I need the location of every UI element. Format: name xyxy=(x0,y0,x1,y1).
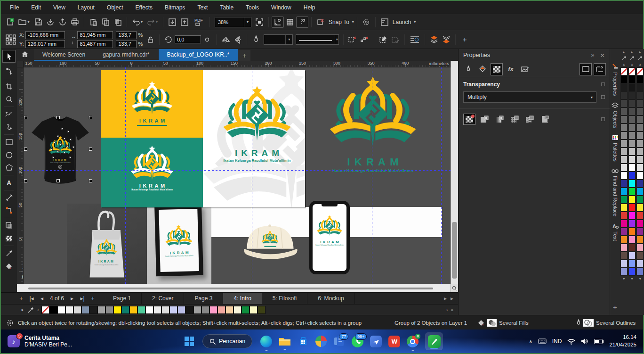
color-swatch[interactable] xyxy=(636,212,644,220)
color-swatch[interactable] xyxy=(636,164,644,172)
horizontal-ruler[interactable]: millimeters 1501005005010015020025030035… xyxy=(24,61,451,67)
docker-tab-palettes[interactable]: Palettes xyxy=(612,135,619,162)
menu-item[interactable]: Edit xyxy=(25,1,47,14)
palette-eyedropper-icon[interactable] xyxy=(620,55,628,61)
menu-item[interactable]: Object xyxy=(101,1,129,14)
print-button[interactable] xyxy=(69,16,81,28)
color-swatch[interactable] xyxy=(620,107,628,115)
color-swatch[interactable] xyxy=(636,228,644,236)
edge-icon[interactable] xyxy=(260,336,272,347)
guideline-horizontal[interactable] xyxy=(24,170,451,171)
palette-scroll-up-icon[interactable]: ▴ xyxy=(628,61,636,67)
palette-eyedropper-icon[interactable] xyxy=(628,55,636,61)
color-swatch[interactable] xyxy=(161,306,169,314)
volume-icon[interactable] xyxy=(581,338,588,345)
undo-button[interactable]: ▾ xyxy=(130,16,145,28)
menu-item[interactable]: View xyxy=(47,1,72,14)
text-wrap-button[interactable] xyxy=(408,34,422,45)
color-swatch[interactable] xyxy=(620,164,628,172)
vertical-scrollbar-thumb[interactable] xyxy=(452,222,457,279)
paste-button[interactable] xyxy=(87,16,99,28)
start-button[interactable] xyxy=(184,336,194,346)
section-pin[interactable] xyxy=(601,117,605,121)
color-swatch[interactable] xyxy=(620,188,628,196)
palette-eyedropper-icon[interactable] xyxy=(636,55,644,61)
color-swatch[interactable] xyxy=(620,99,628,107)
effects-section-icon[interactable]: fx xyxy=(505,63,517,75)
color-swatch[interactable] xyxy=(628,99,636,107)
remove-nodes-button[interactable]: × xyxy=(359,34,371,45)
tshirt-mockup[interactable]: IKRAM Ikatan Keluarga Raudlatul Muta’all… xyxy=(27,115,93,190)
palette-flyout-icon[interactable]: ▸ xyxy=(628,49,636,55)
battery-icon[interactable] xyxy=(594,339,604,344)
color-swatch[interactable] xyxy=(41,306,49,314)
zoom-corner-button[interactable] xyxy=(451,284,458,292)
color-swatch[interactable] xyxy=(636,196,644,204)
color-swatch[interactable] xyxy=(628,268,636,276)
palette-expand-icon[interactable]: » xyxy=(451,307,453,313)
color-swatch[interactable] xyxy=(225,306,233,314)
color-swatch[interactable] xyxy=(65,306,73,314)
color-swatch[interactable] xyxy=(636,148,644,156)
pen-tool[interactable] xyxy=(2,121,16,133)
no-transparency-button[interactable] xyxy=(463,114,475,125)
color-swatch[interactable] xyxy=(169,306,177,314)
page-tab[interactable]: 2: Cover xyxy=(142,293,184,305)
selection-handle[interactable] xyxy=(89,116,92,119)
options-button[interactable] xyxy=(360,16,372,28)
customize-propbar-button[interactable]: + xyxy=(459,34,471,45)
palette-flyout-icon[interactable]: ▸ xyxy=(19,304,26,315)
docker-close-icon[interactable]: ✕ xyxy=(600,52,605,59)
color-swatch[interactable] xyxy=(81,306,89,314)
color-swatch[interactable] xyxy=(628,148,636,156)
page-tab[interactable]: Page 1 xyxy=(103,293,142,305)
menu-item[interactable]: Help xyxy=(298,1,322,14)
outline-section-icon[interactable] xyxy=(462,63,475,75)
color-swatch[interactable] xyxy=(620,67,628,75)
color-swatch[interactable] xyxy=(628,228,636,236)
remove-frame-button[interactable]: × xyxy=(346,34,359,45)
color-swatch[interactable] xyxy=(636,67,644,75)
pick-tool[interactable] xyxy=(2,50,16,63)
yellow-swatch-panel[interactable]: IKRAM xyxy=(101,70,203,138)
wifi-icon[interactable] xyxy=(567,338,575,345)
color-swatch[interactable] xyxy=(636,123,644,132)
color-swatch[interactable] xyxy=(620,212,628,220)
color-swatch[interactable] xyxy=(628,67,636,75)
transparency-tool[interactable] xyxy=(2,232,16,245)
docker-tab-objects[interactable]: Objects xyxy=(612,102,619,128)
first-page-button[interactable]: |◂ xyxy=(26,295,37,302)
color-swatch[interactable] xyxy=(628,204,636,212)
color-swatch[interactable] xyxy=(636,252,644,260)
guideline-vertical[interactable] xyxy=(125,67,126,284)
docker-collapse-icon[interactable]: » xyxy=(591,52,595,58)
merge-mode-dropdown[interactable]: Multiply ▾ xyxy=(463,91,596,103)
home-icon[interactable] xyxy=(19,49,31,60)
object-width-field[interactable]: 81,945 mm xyxy=(77,31,113,39)
color-swatch[interactable] xyxy=(620,252,628,260)
touch-keyboard-icon[interactable] xyxy=(538,338,547,345)
chrome-icon[interactable]: R xyxy=(407,336,419,347)
menu-item[interactable]: Bitmaps xyxy=(159,1,191,14)
crop-tool[interactable] xyxy=(2,80,16,93)
freehand-tool[interactable] xyxy=(2,108,16,121)
color-swatch[interactable] xyxy=(620,115,628,123)
x-position-field[interactable]: -105,666 mm xyxy=(25,31,65,39)
palette-flyout-icon[interactable]: ▸ xyxy=(636,49,644,55)
color-swatch[interactable] xyxy=(620,260,628,268)
scale-h-field[interactable]: 133,7 xyxy=(116,31,137,39)
color-swatch[interactable] xyxy=(628,180,636,188)
line-style-combo[interactable]: ▾ xyxy=(296,34,339,45)
color-swatch[interactable] xyxy=(620,172,628,180)
palette-flyout-icon[interactable]: ▸ xyxy=(620,49,628,55)
color-swatch[interactable] xyxy=(620,196,628,204)
last-page-button[interactable]: ▸| xyxy=(77,295,88,302)
tray-chevron-icon[interactable]: ∧ xyxy=(529,339,532,344)
pattern-transparency-button[interactable] xyxy=(508,114,521,125)
palette-scroll-up-icon[interactable]: ▴ xyxy=(620,61,628,67)
color-swatch[interactable] xyxy=(636,83,644,91)
coreldraw-taskbar-icon[interactable] xyxy=(425,332,443,350)
snap-off-button[interactable] xyxy=(314,16,327,28)
menu-item[interactable]: Window xyxy=(265,1,298,14)
export-document-button[interactable] xyxy=(178,16,191,28)
